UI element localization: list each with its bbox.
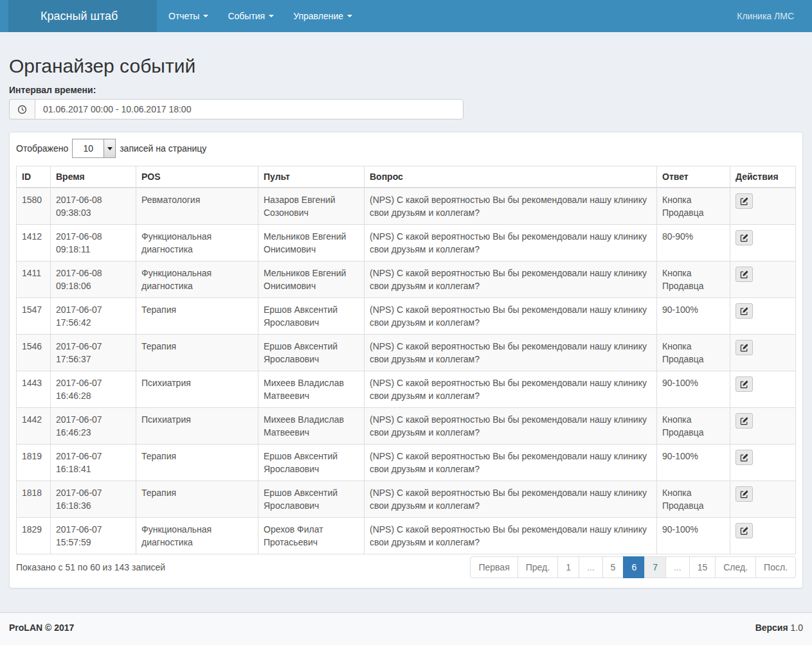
brand[interactable]: Красный штаб (8, 0, 157, 32)
cell-id: 1442 (17, 408, 51, 445)
cell-answer: Кнопка Продавца (657, 261, 730, 298)
caret-down-icon (269, 15, 274, 17)
cell-pos: Психиатрия (136, 408, 258, 445)
cell-id: 1547 (17, 298, 51, 335)
cell-pos: Терапия (136, 298, 258, 335)
cell-pult: Мельников Евгений Онисимович (258, 225, 365, 261)
cell-answer: 90-100% (657, 518, 730, 554)
page-link[interactable]: Посл. (755, 556, 796, 578)
column-header: Пульт (258, 166, 365, 188)
page-link[interactable]: 1 (557, 556, 579, 578)
cell-pult: Орехов Филат Протасьевич (258, 518, 365, 554)
menu-management[interactable]: Управление (284, 0, 362, 32)
edit-button[interactable] (735, 193, 753, 209)
cell-question: (NPS) С какой вероятностью Вы бы рекомен… (365, 408, 657, 445)
cell-pult: Ершов Авксентий Ярославович (258, 481, 365, 518)
caret-down-icon (347, 15, 352, 17)
copyright: ProLAN © 2017 (9, 623, 74, 645)
cell-pult: Ершов Авксентий Ярославович (258, 335, 365, 371)
table-header-row: IDВремяPOSПультВопросОтветДействия (17, 166, 796, 188)
table-footer: Показано с 51 по 60 из 143 записей Перва… (16, 556, 796, 578)
cell-time: 2017-06-07 16:18:36 (51, 481, 136, 518)
table-row: 15472017-06-07 17:56:42ТерапияЕршов Авкс… (17, 298, 796, 335)
interval-input-group (9, 99, 464, 119)
edit-button[interactable] (735, 413, 753, 429)
select-dropdown-button[interactable] (104, 139, 115, 157)
cell-actions (730, 518, 796, 554)
cell-pult: Ершов Авксентий Ярославович (258, 445, 365, 481)
cell-time: 2017-06-08 09:38:03 (51, 188, 136, 225)
cell-time: 2017-06-07 16:46:23 (51, 408, 136, 445)
column-header: Вопрос (365, 166, 657, 188)
main-menu: Отчеты События Управление (159, 0, 362, 32)
edit-button[interactable] (735, 486, 753, 502)
cell-question: (NPS) С какой вероятностью Вы бы рекомен… (365, 298, 657, 335)
page-link[interactable]: 5 (602, 556, 624, 578)
cell-id: 1443 (17, 371, 51, 408)
cell-answer: 90-100% (657, 298, 730, 335)
page-size-value: 10 (73, 139, 104, 157)
column-header: Действия (730, 166, 796, 188)
edit-button[interactable] (735, 303, 753, 319)
cell-question: (NPS) С какой вероятностью Вы бы рекомен… (365, 481, 657, 518)
cell-id: 1411 (17, 261, 51, 298)
cell-question: (NPS) С какой вероятностью Вы бы рекомен… (365, 518, 657, 554)
clinic-name: Клиника ЛМС (727, 0, 812, 32)
cell-time: 2017-06-07 17:56:37 (51, 335, 136, 371)
cell-id: 1818 (17, 481, 51, 518)
cell-time: 2017-06-07 16:18:41 (51, 445, 136, 481)
page-link[interactable]: След. (715, 556, 756, 578)
edit-button[interactable] (735, 340, 753, 355)
page-link[interactable]: 15 (689, 556, 716, 578)
cell-actions (730, 261, 796, 298)
cell-time: 2017-06-07 16:46:28 (51, 371, 136, 408)
column-header: ID (17, 166, 51, 188)
version: Версия 1.0 (755, 623, 803, 645)
table-body: 15802017-06-08 09:38:03РевматологияНазар… (17, 188, 796, 554)
page-link[interactable]: Первая (470, 556, 518, 578)
table-row: 14122017-06-08 09:18:11Функциональная ди… (17, 225, 796, 261)
edit-button[interactable] (735, 230, 753, 245)
page-size-select[interactable]: 10 (72, 139, 116, 158)
cell-pos: Терапия (136, 335, 258, 371)
cell-actions (730, 188, 796, 225)
menu-reports[interactable]: Отчеты (159, 0, 218, 32)
page-link[interactable]: 7 (644, 556, 666, 578)
records-summary: Показано с 51 по 60 из 143 записей (16, 556, 165, 578)
cell-actions (730, 335, 796, 371)
cell-pult: Михеев Владислав Матвеевич (258, 371, 365, 408)
edit-button[interactable] (735, 376, 753, 392)
page-link[interactable]: Пред. (518, 556, 558, 578)
page-link: ... (579, 556, 603, 578)
cell-question: (NPS) С какой вероятностью Вы бы рекомен… (365, 335, 657, 371)
table-row: 14422017-06-07 16:46:23ПсихиатрияМихеев … (17, 408, 796, 445)
cell-pos: Психиатрия (136, 371, 258, 408)
cell-pos: Терапия (136, 445, 258, 481)
main-content: Органайзер событий Интервал времени: Ото… (0, 32, 812, 612)
edit-button[interactable] (735, 450, 753, 465)
menu-events[interactable]: События (218, 0, 284, 32)
column-header: POS (136, 166, 258, 188)
table-row: 15462017-06-07 17:56:37ТерапияЕршов Авкс… (17, 335, 796, 371)
cell-answer: Кнопка Продавца (657, 481, 730, 518)
cell-id: 1412 (17, 225, 51, 261)
navbar: Красный штаб Отчеты События Управление К… (0, 0, 812, 32)
cell-pult: Михеев Владислав Матвеевич (258, 408, 365, 445)
page-link: ... (665, 556, 690, 578)
cell-answer: 90-100% (657, 445, 730, 481)
interval-input[interactable] (35, 99, 464, 119)
clock-icon (9, 99, 35, 119)
cell-answer: 90-100% (657, 371, 730, 408)
edit-button[interactable] (735, 267, 753, 282)
cell-pult: Назаров Евгений Созонович (258, 188, 365, 225)
page-current[interactable]: 6 (623, 556, 645, 578)
table-row: 18292017-06-07 15:57:59Функциональная ди… (17, 518, 796, 554)
edit-button[interactable] (735, 523, 753, 538)
cell-actions (730, 225, 796, 261)
cell-id: 1546 (17, 335, 51, 371)
cell-actions (730, 445, 796, 481)
cell-actions (730, 481, 796, 518)
cell-question: (NPS) С какой вероятностью Вы бы рекомен… (365, 445, 657, 481)
cell-time: 2017-06-08 09:18:06 (51, 261, 136, 298)
table-row: 14432017-06-07 16:46:28ПсихиатрияМихеев … (17, 371, 796, 408)
